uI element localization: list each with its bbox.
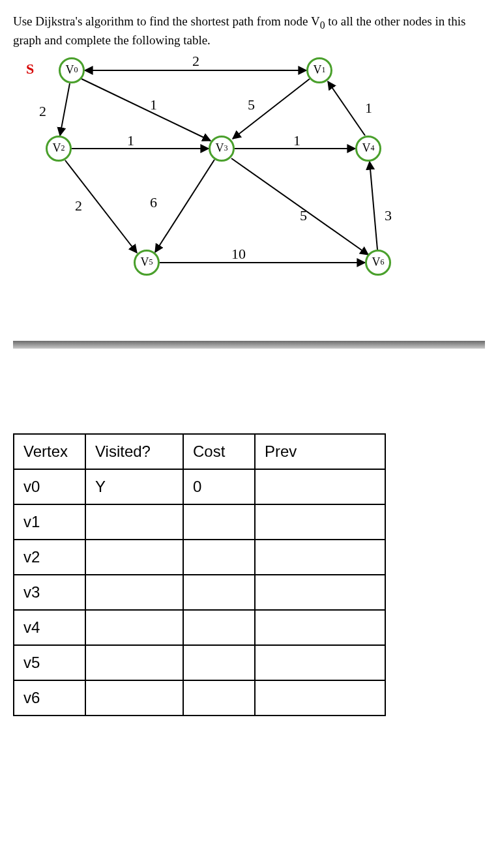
edge-weight: 1 <box>365 100 372 116</box>
question-prompt: Use Dijkstra's algorithm to find the sho… <box>13 13 485 49</box>
svg-line-6 <box>328 81 365 136</box>
table-row: v6 <box>14 680 385 716</box>
table-row: v0 Y 0 <box>14 469 385 504</box>
cell-prev <box>255 575 385 610</box>
edge-weight: 10 <box>231 246 246 262</box>
cell-cost <box>183 610 255 645</box>
cell-vertex: v4 <box>14 610 85 645</box>
cell-cost <box>183 504 255 540</box>
cell-prev <box>255 540 385 575</box>
edge-weight: 2 <box>75 197 82 214</box>
cell-prev <box>255 504 385 540</box>
table-row: v4 <box>14 610 385 645</box>
cell-vertex: v2 <box>14 540 85 575</box>
cell-cost <box>183 645 255 680</box>
dijkstra-table: Vertex Visited? Cost Prev v0 Y 0 v1 v2 v… <box>13 433 386 716</box>
cell-cost <box>183 680 255 716</box>
svg-line-2 <box>81 79 211 141</box>
edge-weight: 1 <box>293 132 300 149</box>
cell-cost: 0 <box>183 469 255 504</box>
cell-visited <box>85 504 183 540</box>
node-v2: V2 <box>46 136 72 162</box>
cell-cost <box>183 575 255 610</box>
edge-weight: 6 <box>150 194 157 210</box>
edge-weight: 2 <box>39 103 46 119</box>
node-v6: V6 <box>365 250 391 276</box>
edge-weight: 2 <box>192 53 199 69</box>
cell-visited <box>85 680 183 716</box>
table-row: v5 <box>14 645 385 680</box>
col-header-vertex: Vertex <box>14 434 85 469</box>
section-divider <box>13 341 485 349</box>
cell-vertex: v5 <box>14 645 85 680</box>
cell-cost <box>183 540 255 575</box>
svg-line-11 <box>370 162 377 250</box>
node-v0: V0 <box>59 57 85 83</box>
svg-line-1 <box>60 83 70 136</box>
svg-line-9 <box>231 158 368 255</box>
cell-visited <box>85 575 183 610</box>
node-v1: V1 <box>306 57 332 83</box>
graph-diagram: 2 2 1 5 1 1 1 2 6 5 10 3 S V0 V1 <box>13 54 430 295</box>
cell-vertex: v0 <box>14 469 85 504</box>
cell-visited <box>85 645 183 680</box>
cell-vertex: v3 <box>14 575 85 610</box>
cell-visited <box>85 540 183 575</box>
cell-vertex: v1 <box>14 504 85 540</box>
col-header-prev: Prev <box>255 434 385 469</box>
table-row: v1 <box>14 504 385 540</box>
cell-prev <box>255 469 385 504</box>
svg-line-3 <box>233 79 310 139</box>
table-header-row: Vertex Visited? Cost Prev <box>14 434 385 469</box>
svg-line-8 <box>155 160 214 252</box>
edge-weight: 3 <box>385 207 392 224</box>
cell-prev <box>255 645 385 680</box>
node-v4: V4 <box>355 136 381 162</box>
cell-visited: Y <box>85 469 183 504</box>
edge-weight: 5 <box>300 207 307 224</box>
edge-weight: 5 <box>248 96 255 113</box>
cell-vertex: v6 <box>14 680 85 716</box>
cell-prev <box>255 610 385 645</box>
table-row: v3 <box>14 575 385 610</box>
edge-weight: 1 <box>127 132 134 149</box>
cell-prev <box>255 680 385 716</box>
col-header-visited: Visited? <box>85 434 183 469</box>
cell-visited <box>85 610 183 645</box>
edge-weight: 1 <box>150 96 157 113</box>
source-label: S <box>26 61 34 78</box>
table-row: v2 <box>14 540 385 575</box>
col-header-cost: Cost <box>183 434 255 469</box>
node-v3: V3 <box>209 136 235 162</box>
node-v5: V5 <box>134 250 160 276</box>
